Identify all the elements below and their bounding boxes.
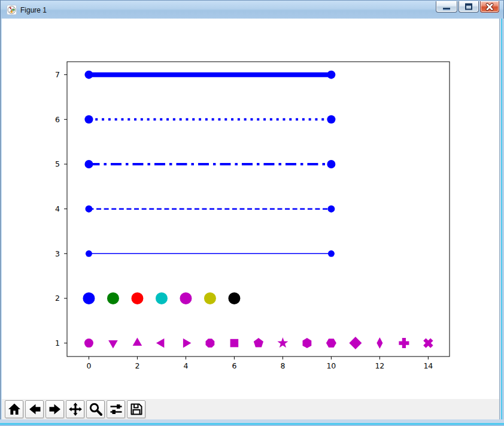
marker-star bbox=[277, 337, 288, 348]
maximize-icon bbox=[462, 1, 476, 13]
y-tick-label: 4 bbox=[55, 204, 60, 213]
figure-plot: 024681012141234567 bbox=[2, 19, 499, 399]
minimize-button[interactable] bbox=[436, 1, 457, 13]
line-endpoint-marker bbox=[84, 160, 93, 168]
x-tick-label: 12 bbox=[375, 361, 384, 370]
y-tick-label: 5 bbox=[55, 159, 60, 168]
window-border-right bbox=[499, 19, 504, 419]
line-endpoint-marker bbox=[84, 71, 93, 79]
forward-button[interactable] bbox=[45, 400, 64, 418]
home-icon bbox=[7, 402, 22, 416]
y-tick-label: 6 bbox=[55, 115, 60, 124]
x-tick-label: 6 bbox=[232, 361, 236, 370]
navigation-toolbar bbox=[2, 399, 499, 419]
color-dot-marker bbox=[131, 292, 143, 304]
line-endpoint-marker bbox=[84, 115, 93, 123]
color-dot-marker bbox=[180, 292, 192, 304]
y-tick-label: 2 bbox=[55, 294, 60, 303]
close-icon bbox=[482, 1, 497, 13]
y-tick-label: 1 bbox=[55, 339, 60, 348]
save-button[interactable] bbox=[127, 400, 145, 418]
pan-button[interactable] bbox=[66, 400, 84, 418]
x-tick-label: 2 bbox=[135, 361, 139, 370]
plot-canvas[interactable]: 024681012141234567 bbox=[2, 19, 499, 399]
color-dot-marker bbox=[156, 292, 168, 304]
line-endpoint-marker bbox=[327, 115, 335, 123]
window-title: Figure 1 bbox=[20, 6, 47, 14]
window-border-bottom bbox=[0, 419, 504, 426]
marker-circle bbox=[84, 339, 93, 348]
minimize-icon bbox=[439, 1, 454, 13]
save-floppy-icon bbox=[129, 402, 144, 416]
back-arrow-icon bbox=[28, 402, 42, 416]
home-button[interactable] bbox=[5, 400, 23, 418]
marker-plus bbox=[399, 338, 409, 348]
marker-triangle-left bbox=[156, 339, 165, 348]
line-endpoint-marker bbox=[86, 250, 92, 257]
marker-triangle-down bbox=[108, 340, 118, 349]
line-endpoint-marker bbox=[85, 206, 92, 213]
line-endpoint-marker bbox=[327, 160, 335, 168]
titlebar[interactable]: Figure 1 bbox=[0, 0, 504, 19]
back-button[interactable] bbox=[25, 400, 44, 418]
marker-square bbox=[230, 339, 239, 348]
forward-arrow-icon bbox=[48, 402, 62, 416]
marker-triangle-up bbox=[133, 338, 142, 346]
line-endpoint-marker bbox=[327, 71, 335, 79]
marker-thin-diamond bbox=[377, 337, 382, 349]
line-endpoint-marker bbox=[328, 250, 335, 257]
maximize-button[interactable] bbox=[459, 1, 479, 13]
pan-arrows-icon bbox=[68, 402, 83, 416]
x-tick-label: 10 bbox=[326, 361, 336, 370]
window-border-left bbox=[0, 19, 2, 419]
figure-window: Figure 1 02468 bbox=[0, 0, 504, 426]
zoom-button[interactable] bbox=[86, 400, 105, 418]
x-tick-label: 14 bbox=[423, 361, 433, 370]
color-dot-marker bbox=[107, 292, 119, 304]
close-button[interactable] bbox=[480, 1, 499, 13]
color-dot-marker bbox=[83, 292, 95, 304]
marker-x bbox=[423, 338, 433, 348]
y-tick-label: 7 bbox=[55, 70, 60, 79]
x-tick-label: 0 bbox=[86, 361, 91, 370]
matplotlib-app-icon bbox=[7, 5, 17, 15]
marker-hexagon-horizontal bbox=[326, 339, 336, 348]
line-endpoint-marker bbox=[327, 206, 335, 213]
sliders-icon bbox=[109, 402, 123, 416]
marker-triangle-right bbox=[183, 339, 192, 348]
zoom-magnifier-icon bbox=[89, 402, 103, 416]
configure-subplots-button[interactable] bbox=[107, 400, 125, 418]
x-tick-label: 8 bbox=[280, 361, 285, 370]
x-tick-label: 4 bbox=[183, 361, 188, 370]
marker-pentagon bbox=[254, 338, 263, 347]
marker-diamond bbox=[349, 337, 362, 349]
y-tick-label: 3 bbox=[55, 249, 60, 258]
marker-hexagon-vertical bbox=[303, 338, 312, 348]
marker-octagon bbox=[206, 339, 215, 348]
caption-buttons bbox=[436, 1, 499, 13]
color-dot-marker bbox=[204, 292, 216, 304]
color-dot-marker bbox=[228, 292, 240, 304]
